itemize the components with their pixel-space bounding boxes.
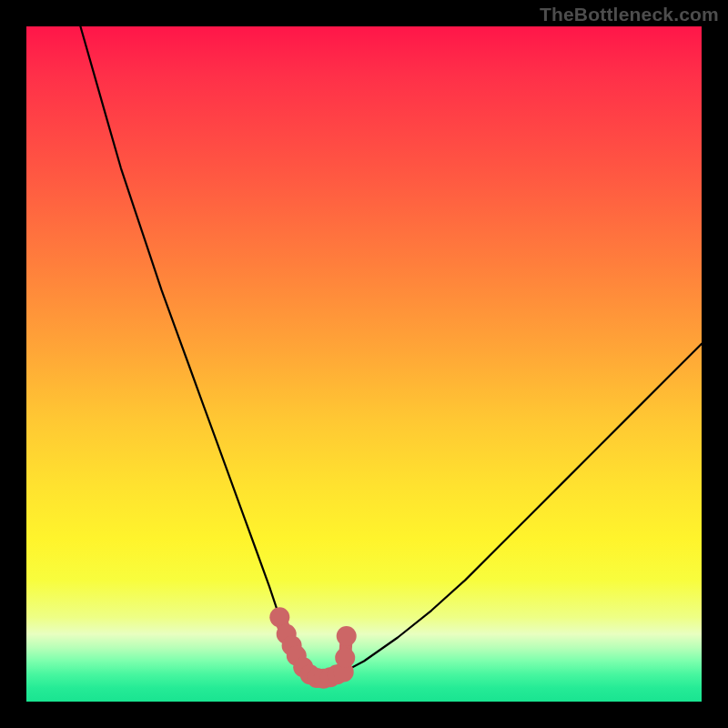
bottleneck-curve-svg xyxy=(26,26,702,702)
valley-dot xyxy=(335,648,355,668)
attribution-text: TheBottleneck.com xyxy=(540,4,719,25)
chart-frame: TheBottleneck.com xyxy=(0,0,728,728)
bottleneck-curve xyxy=(80,26,702,679)
valley-highlight-dots xyxy=(269,607,356,689)
valley-dot xyxy=(337,626,357,646)
